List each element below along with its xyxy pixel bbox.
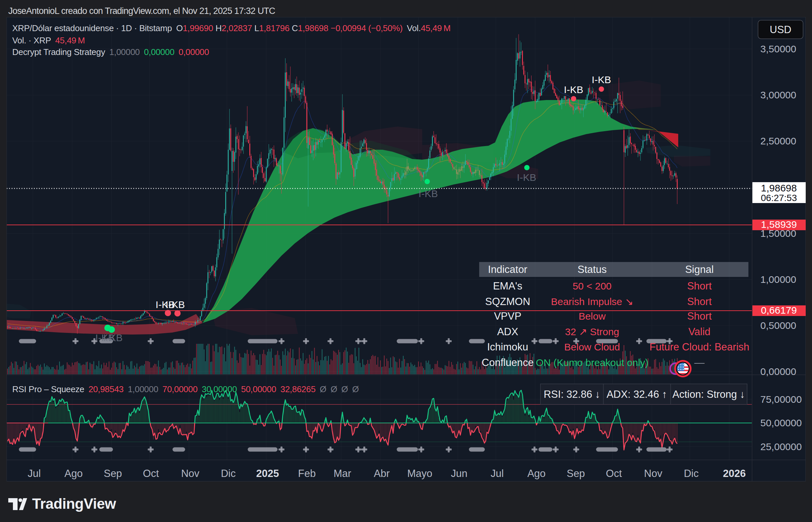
svg-text:Ichimoku: Ichimoku <box>487 341 528 353</box>
svg-text:Indicator: Indicator <box>488 264 528 275</box>
svg-text:Below Cloud: Below Cloud <box>564 341 620 353</box>
svg-text:Ago: Ago <box>527 468 545 479</box>
svg-text:0,50000: 0,50000 <box>760 320 796 331</box>
svg-text:Sep: Sep <box>567 468 585 479</box>
svg-text:—: — <box>694 357 705 368</box>
svg-text:Mayo: Mayo <box>407 468 432 479</box>
svg-text:Ago: Ago <box>65 468 83 479</box>
svg-text:Short: Short <box>687 296 712 307</box>
svg-text:Mar: Mar <box>333 468 351 479</box>
svg-text:50,00000: 50,00000 <box>760 417 802 428</box>
svg-text:Abr: Abr <box>374 468 390 479</box>
svg-text:JoseAntonioL creado con Tradin: JoseAntonioL creado con TradingView.com,… <box>8 6 275 16</box>
svg-text:Short: Short <box>687 310 712 322</box>
svg-text:I-KB: I-KB <box>166 299 185 310</box>
svg-text:Action: Strong ↓: Action: Strong ↓ <box>673 388 745 400</box>
svg-text:Oct: Oct <box>606 468 622 479</box>
svg-text:Dic: Dic <box>221 468 236 479</box>
svg-text:TradingView: TradingView <box>32 496 116 512</box>
svg-text:Oct: Oct <box>143 468 159 479</box>
svg-text:0,00000: 0,00000 <box>760 366 796 377</box>
svg-text:75,00000: 75,00000 <box>760 394 802 405</box>
svg-text:RSI: 32.86 ↓: RSI: 32.86 ↓ <box>544 388 601 400</box>
svg-text:Dic: Dic <box>684 468 699 479</box>
svg-text:USD: USD <box>770 24 791 36</box>
svg-text:ADX: 32.46 ↑: ADX: 32.46 ↑ <box>607 388 667 400</box>
svg-text:Below: Below <box>578 311 606 322</box>
svg-text:Sep: Sep <box>104 468 122 479</box>
svg-text:2026: 2026 <box>723 468 746 479</box>
svg-text:VPVP: VPVP <box>494 310 522 322</box>
svg-text:SQZMON: SQZMON <box>485 296 530 307</box>
svg-text:Decrypt Trading Strategy 1,000: Decrypt Trading Strategy 1,00000 0,00000… <box>12 47 209 57</box>
svg-text:32 ↗ Strong: 32 ↗ Strong <box>565 326 619 337</box>
svg-text:EMA's: EMA's <box>493 280 523 292</box>
svg-text:Future Cloud: Bearish: Future Cloud: Bearish <box>649 341 749 353</box>
svg-text:Jul: Jul <box>28 468 41 479</box>
svg-text:Nov: Nov <box>181 468 200 479</box>
svg-text:Confluence: Confluence <box>482 357 534 368</box>
svg-text:XRP/Dólar estadounidense · 1D: XRP/Dólar estadounidense · 1D · Bitstamp… <box>12 23 451 33</box>
svg-text:Feb: Feb <box>298 468 316 479</box>
svg-text:I-KB: I-KB <box>517 172 536 183</box>
svg-text:I-KB: I-KB <box>592 74 611 85</box>
svg-text:50 < 200: 50 < 200 <box>573 281 612 292</box>
svg-text:ON (Kumo breakout only): ON (Kumo breakout only) <box>536 357 648 368</box>
svg-text:I-KB: I-KB <box>103 332 123 343</box>
svg-text:I-KB: I-KB <box>419 188 438 199</box>
svg-text:2,50000: 2,50000 <box>760 136 796 146</box>
svg-text:Signal: Signal <box>685 264 714 275</box>
svg-text:06:27:53: 06:27:53 <box>761 193 797 203</box>
svg-text:2025: 2025 <box>256 468 279 479</box>
svg-text:Jul: Jul <box>490 468 504 479</box>
svg-text:1,98698: 1,98698 <box>761 182 797 194</box>
svg-text:3,00000: 3,00000 <box>760 89 796 100</box>
svg-text:RSI Pro – Squeeze 20,98543 1,0: RSI Pro – Squeeze 20,98543 1,00000 70,00… <box>12 384 359 394</box>
svg-text:1,58939: 1,58939 <box>761 219 797 230</box>
svg-text:Bearish Impulse ↘: Bearish Impulse ↘ <box>551 296 633 307</box>
svg-text:ADX: ADX <box>497 326 518 338</box>
svg-text:Status: Status <box>577 264 607 275</box>
svg-text:3,50000: 3,50000 <box>760 43 796 54</box>
svg-text:1,00000: 1,00000 <box>760 274 796 285</box>
svg-text:Nov: Nov <box>644 468 663 479</box>
svg-text:I-KB: I-KB <box>564 84 583 95</box>
svg-text:Valid: Valid <box>689 326 711 338</box>
svg-text:Jun: Jun <box>451 468 467 479</box>
svg-text:Vol. · XRP 45,49 M: Vol. · XRP 45,49 M <box>12 36 85 45</box>
svg-text:0,66179: 0,66179 <box>761 305 797 316</box>
svg-text:25,00000: 25,00000 <box>760 441 802 452</box>
svg-text:Short: Short <box>687 280 712 292</box>
